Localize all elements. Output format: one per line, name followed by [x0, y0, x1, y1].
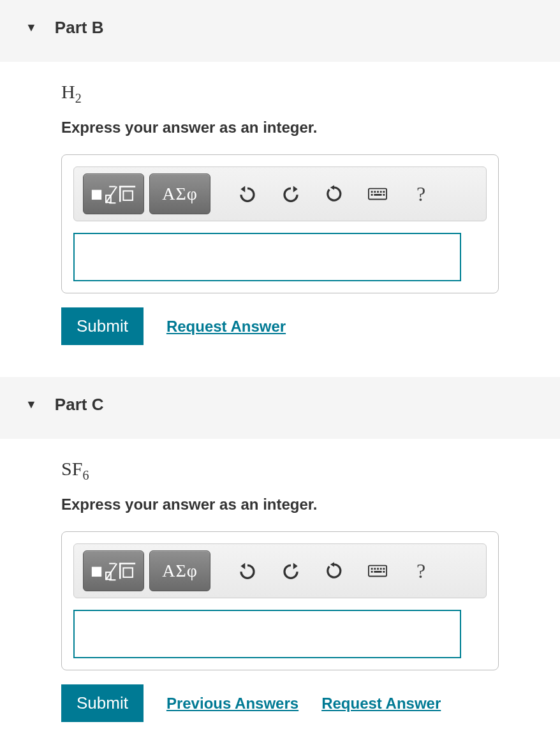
svg-rect-17: [374, 568, 376, 570]
help-icon: ?: [416, 182, 425, 206]
greek-button[interactable]: ΑΣφ: [149, 550, 210, 591]
svg-rect-20: [383, 568, 385, 570]
undo-button[interactable]: [228, 552, 267, 590]
answer-input[interactable]: [73, 610, 461, 658]
svg-rect-12: [92, 566, 101, 576]
caret-down-icon: ▼: [26, 21, 37, 34]
svg-rect-18: [377, 568, 379, 570]
previous-answers-link[interactable]: Previous Answers: [166, 695, 298, 712]
redo-icon: [281, 561, 300, 580]
svg-rect-22: [374, 571, 381, 573]
templates-button[interactable]: [83, 550, 144, 591]
keyboard-icon: [368, 561, 387, 580]
svg-rect-19: [380, 568, 382, 570]
svg-rect-9: [371, 194, 373, 196]
svg-rect-16: [371, 568, 373, 570]
keyboard-icon: [368, 184, 387, 203]
answer-box: ΑΣφ ?: [61, 154, 499, 293]
request-answer-link[interactable]: Request Answer: [166, 318, 286, 336]
svg-rect-14: [123, 568, 133, 577]
instruction: Express your answer as an integer.: [61, 496, 499, 513]
part-title: Part B: [55, 18, 104, 38]
help-icon: ?: [416, 559, 425, 583]
part-body-b: H2 Express your answer as an integer. ΑΣ…: [0, 62, 560, 377]
submit-button[interactable]: Submit: [61, 307, 144, 345]
undo-button[interactable]: [228, 175, 267, 213]
undo-icon: [238, 561, 257, 580]
equation-toolbar: ΑΣφ ?: [73, 543, 487, 598]
equation-toolbar: ΑΣφ ?: [73, 166, 487, 221]
part-header-b[interactable]: ▼ Part B: [0, 0, 560, 62]
svg-rect-2: [123, 191, 133, 200]
templates-button[interactable]: [83, 173, 144, 214]
answer-box: ΑΣφ ?: [61, 531, 499, 670]
svg-rect-5: [374, 191, 376, 193]
answer-input[interactable]: [73, 233, 461, 281]
templates-icon: [87, 181, 140, 207]
instruction: Express your answer as an integer.: [61, 119, 499, 136]
help-button[interactable]: ?: [402, 552, 440, 590]
svg-rect-7: [380, 191, 382, 193]
part-title: Part C: [55, 395, 104, 415]
svg-rect-10: [374, 194, 381, 196]
reset-icon: [325, 561, 344, 580]
formula-main: SF: [61, 458, 82, 479]
redo-button[interactable]: [272, 552, 310, 590]
formula-sub: 6: [82, 468, 89, 482]
keyboard-button[interactable]: [358, 175, 397, 213]
greek-button[interactable]: ΑΣφ: [149, 173, 210, 214]
action-row: Submit Request Answer: [61, 307, 499, 345]
reset-button[interactable]: [315, 552, 353, 590]
part-body-c: SF6 Express your answer as an integer. Α…: [0, 439, 560, 745]
svg-rect-0: [92, 189, 101, 199]
svg-rect-23: [383, 571, 385, 573]
help-button[interactable]: ?: [402, 175, 440, 213]
svg-rect-11: [383, 194, 385, 196]
reset-icon: [325, 184, 344, 203]
caret-down-icon: ▼: [26, 398, 37, 411]
reset-button[interactable]: [315, 175, 353, 213]
redo-button[interactable]: [272, 175, 310, 213]
formula-sub: 2: [75, 91, 82, 105]
submit-button[interactable]: Submit: [61, 684, 144, 722]
part-header-c[interactable]: ▼ Part C: [0, 377, 560, 439]
svg-rect-21: [371, 571, 373, 573]
svg-rect-8: [383, 191, 385, 193]
keyboard-button[interactable]: [358, 552, 397, 590]
svg-rect-4: [371, 191, 373, 193]
templates-icon: [87, 558, 140, 584]
formula-main: H: [61, 81, 75, 102]
formula: H2: [61, 81, 499, 106]
svg-rect-6: [377, 191, 379, 193]
undo-icon: [238, 184, 257, 203]
action-row: Submit Previous Answers Request Answer: [61, 684, 499, 722]
formula: SF6: [61, 458, 499, 483]
redo-icon: [281, 184, 300, 203]
request-answer-link[interactable]: Request Answer: [321, 695, 441, 712]
